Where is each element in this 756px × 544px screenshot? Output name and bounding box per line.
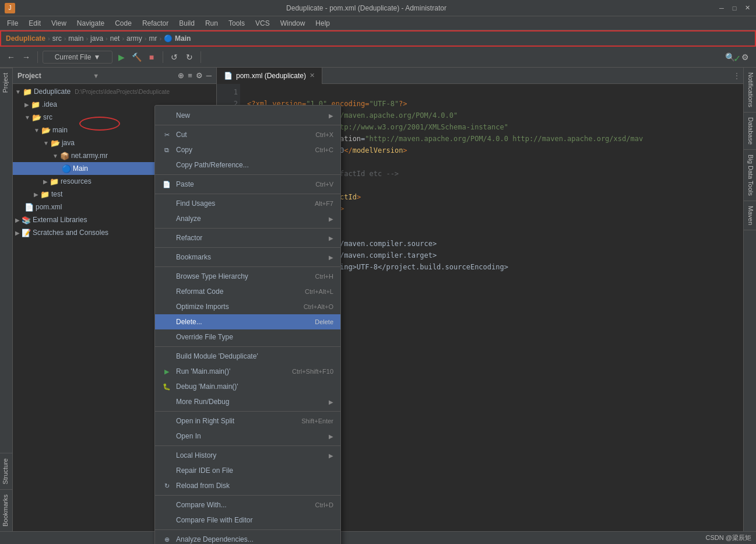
tab-maven[interactable]: Maven [744,201,756,230]
breadcrumb-main-dir[interactable]: main [68,34,83,43]
ctx-cut[interactable]: ✂ Cut Ctrl+X [155,127,340,142]
tab-bigdata[interactable]: Big Data Tools [744,150,756,201]
breadcrumb-src[interactable]: src [52,34,62,43]
tabs-more-button[interactable]: ⋮ [730,68,743,84]
ctx-paste[interactable]: 📄 Paste Ctrl+V [155,177,340,192]
ctx-refactor[interactable]: Refactor ▶ [155,230,340,245]
toolbar-forward[interactable]: → [20,51,33,64]
ctx-reformat[interactable]: Reformat Code Ctrl+Alt+L [155,284,340,299]
toolbar-stop[interactable]: ■ [145,51,158,64]
xml-file-icon: 📄 [24,203,34,212]
project-icon2[interactable]: ≡ [188,71,192,80]
submenu-arrow: ▶ [329,216,333,222]
arrow-icon: ▶ [34,191,38,198]
menu-tools[interactable]: Tools [224,18,249,29]
ctx-local-history[interactable]: Local History ▶ [155,448,340,463]
submenu-arrow: ▶ [329,452,333,459]
ctx-bookmarks[interactable]: Bookmarks ▶ [155,250,340,265]
toolbar-back[interactable]: ← [5,51,17,64]
ctx-open-right-split[interactable]: Open in Right Split Shift+Enter [155,413,340,429]
minimize-button[interactable]: ─ [718,4,726,12]
ctx-sep3 [155,194,340,194]
ctx-compare-with[interactable]: Compare With... Ctrl+D [155,497,340,513]
history-icon [162,451,171,460]
compare-icon [162,500,171,510]
toolbar-run[interactable]: ▶ [115,51,128,64]
ctx-analyze[interactable]: Analyze ▶ [155,211,340,226]
menu-file[interactable]: File [2,18,23,29]
arrow-icon: ▼ [15,89,21,95]
ctx-analyze-deps[interactable]: ⊕ Analyze Dependencies... [155,532,340,544]
menu-refactor[interactable]: Refactor [138,18,173,29]
ctx-repair-ide[interactable]: Repair IDE on File [155,463,340,478]
arrow-icon: ▼ [24,114,30,121]
ctx-more-run[interactable]: More Run/Debug ▶ [155,394,340,409]
ctx-copy-path[interactable]: Copy Path/Reference... [155,157,340,173]
titlebar: J Deduplicate - pom.xml (Deduplicate) - … [0,0,756,16]
copy-icon: ⧉ [162,145,171,155]
arrow-icon: ▼ [52,153,58,159]
reformat-icon [162,287,171,296]
ctx-build-module[interactable]: Build Module 'Deduplicate' [155,349,340,364]
folder-icon: 📁 [31,100,40,109]
ctx-override-file-type[interactable]: Override File Type [155,329,340,345]
menu-vcs[interactable]: VCS [251,18,275,29]
folder-icon: 📁 [40,190,50,199]
menu-view[interactable]: View [47,18,71,29]
ctx-new[interactable]: New ▶ [155,108,340,123]
project-icon1[interactable]: ⊕ [178,71,184,80]
tab-notifications[interactable]: Notifications [744,68,756,113]
copy-path-icon [162,160,171,170]
breadcrumb-mr[interactable]: mr [149,34,157,43]
ctx-sep5 [155,247,340,248]
close-button[interactable]: ✕ [743,4,751,12]
arrow-icon: ▶ [43,178,48,185]
menu-navigate[interactable]: Navigate [72,18,109,29]
menu-help[interactable]: Help [311,18,335,29]
project-icon3[interactable]: ⚙ [196,71,203,80]
tree-item-deduplicate[interactable]: ▼ 📁 Deduplicate D:\Projects\IdeaProjects… [13,85,216,98]
breadcrumb-main-class[interactable]: 🔵 Main [164,34,191,43]
breadcrumb-army[interactable]: army [126,34,142,43]
ctx-compare-editor[interactable]: Compare File with Editor [155,513,340,528]
left-side-tabs: Project Structure Bookmarks [0,68,13,531]
breadcrumb-deduplicate[interactable]: Deduplicate [6,34,45,43]
toolbar-run-config[interactable]: Current File ▼ [43,51,112,64]
ctx-browse-hierarchy[interactable]: Browse Type Hierarchy Ctrl+H [155,269,340,284]
tab-structure[interactable]: Structure [0,453,12,489]
reload-icon: ↻ [162,481,171,490]
package-icon: 📦 [60,152,69,160]
tab-pom-xml[interactable]: 📄 pom.xml (Deduplicate) ✕ [217,68,322,84]
submenu-arrow: ▶ [329,399,333,405]
arrow-icon: ▼ [43,140,49,146]
ctx-optimize-imports[interactable]: Optimize Imports Ctrl+Alt+O [155,299,340,314]
ctx-sep9 [155,445,340,446]
tab-database[interactable]: Database [744,113,756,150]
hierarchy-icon [162,272,171,281]
project-icon4[interactable]: ─ [206,71,212,80]
breadcrumb-net[interactable]: net [110,34,120,43]
breadcrumb-java[interactable]: java [90,34,103,43]
menu-window[interactable]: Window [276,18,310,29]
tab-close[interactable]: ✕ [310,72,315,79]
toolbar-undo[interactable]: ↺ [168,51,181,64]
src-root-icon: 📂 [51,139,60,148]
toolbar-build[interactable]: 🔨 [130,51,143,64]
tab-project[interactable]: Project [0,68,12,97]
toolbar-redo[interactable]: ↻ [183,51,196,64]
compare-editor-icon [162,515,171,525]
ctx-debug-main[interactable]: 🐛 Debug 'Main.main()' [155,379,340,394]
run-config-label: Current File [55,53,92,61]
ctx-copy[interactable]: ⧉ Copy Ctrl+C [155,142,340,157]
menu-run[interactable]: Run [201,18,223,29]
ctx-find-usages[interactable]: Find Usages Alt+F7 [155,196,340,211]
menu-build[interactable]: Build [174,18,199,29]
ctx-open-in[interactable]: Open In ▶ [155,429,340,444]
menu-edit[interactable]: Edit [24,18,45,29]
ctx-reload-disk[interactable]: ↻ Reload from Disk [155,478,340,493]
ctx-run-main[interactable]: ▶ Run 'Main.main()' Ctrl+Shift+F10 [155,364,340,379]
ctx-delete[interactable]: Delete... Delete [155,314,340,329]
restore-button[interactable]: □ [730,4,739,12]
tab-bookmarks[interactable]: Bookmarks [0,489,12,531]
menu-code[interactable]: Code [110,18,136,29]
